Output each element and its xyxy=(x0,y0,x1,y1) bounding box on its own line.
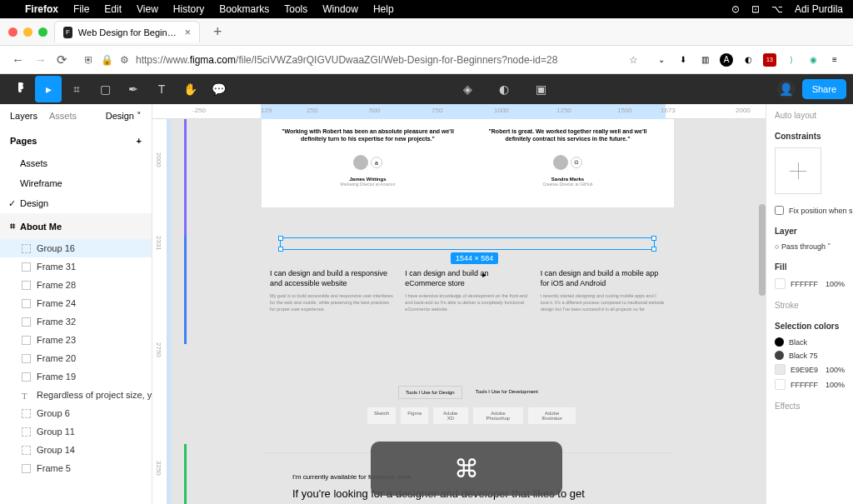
layer-item[interactable]: Frame 5 xyxy=(0,459,152,477)
menu-bookmarks[interactable]: Bookmarks xyxy=(219,3,269,15)
tool-tab-design[interactable]: Tools I Use for Design xyxy=(398,386,462,399)
menu-help[interactable]: Help xyxy=(373,3,394,15)
color-dot-black75[interactable] xyxy=(775,351,784,360)
menu-edit[interactable]: Edit xyxy=(104,3,122,15)
menu-tools[interactable]: Tools xyxy=(284,3,307,15)
download-icon[interactable]: ⬇ xyxy=(676,53,690,67)
figma-menu-icon[interactable] xyxy=(7,76,33,102)
fill-opacity[interactable]: 100% xyxy=(826,280,845,288)
avatar-icon[interactable]: 👤 xyxy=(777,80,796,98)
user-name[interactable]: Adi Purdila xyxy=(795,3,843,15)
mask-icon[interactable]: ◐ xyxy=(491,76,517,102)
bookmark-star-icon[interactable]: ☆ xyxy=(629,54,638,66)
tab-layers[interactable]: Layers xyxy=(10,111,37,122)
control-center-icon[interactable]: ⌥ xyxy=(771,3,783,15)
tool-chip[interactable]: Adobe Illustrator xyxy=(528,407,576,424)
resize-handle-nw[interactable] xyxy=(278,236,283,241)
menu-icon[interactable]: ≡ xyxy=(828,53,841,67)
lock-icon[interactable]: 🔒 xyxy=(101,54,113,66)
text-tool[interactable]: T xyxy=(148,76,175,102)
url-bar[interactable]: ⛨ 🔒 ⚙ https://www.figma.com/file/I5ciVWZ… xyxy=(77,54,645,66)
close-tab-icon[interactable]: × xyxy=(184,26,191,38)
layer-item[interactable]: Frame 31 xyxy=(0,257,152,276)
new-tab-button[interactable]: + xyxy=(207,23,229,41)
constraints-widget[interactable] xyxy=(775,147,821,194)
app-name[interactable]: Firefox xyxy=(25,3,58,15)
shield-icon[interactable]: ⛨ xyxy=(84,54,94,66)
settings-toggle-icon[interactable]: ⚙ xyxy=(120,54,129,66)
close-window[interactable] xyxy=(8,27,17,37)
menu-window[interactable]: Window xyxy=(322,3,358,15)
layer-item[interactable]: Frame 23 xyxy=(0,331,152,349)
layer-item[interactable]: Frame 20 xyxy=(0,349,152,367)
ext-canva-icon[interactable]: ◉ xyxy=(806,53,820,67)
tab-assets[interactable]: Assets xyxy=(49,111,77,122)
minimize-window[interactable] xyxy=(23,27,32,37)
comment-tool[interactable]: 💬 xyxy=(205,76,232,102)
selection-bounds[interactable] xyxy=(280,237,655,250)
fix-position-checkbox[interactable] xyxy=(775,206,784,215)
color-swatch-white[interactable] xyxy=(775,379,786,390)
section-about-me[interactable]: ⌗ About Me xyxy=(0,213,152,239)
layer-item[interactable]: Frame 19 xyxy=(0,367,152,386)
page-wireframe[interactable]: Wireframe xyxy=(0,173,152,193)
tool-chip[interactable]: Figma xyxy=(401,407,428,424)
layer-item[interactable]: Group 14 xyxy=(0,441,152,459)
share-button[interactable]: Share xyxy=(802,79,846,99)
layer-item[interactable]: TRegardless of project size, yo... xyxy=(0,386,152,404)
menu-history[interactable]: History xyxy=(173,3,204,15)
menu-view[interactable]: View xyxy=(137,3,158,15)
hand-tool[interactable]: ✋ xyxy=(177,76,203,102)
tab-design-dropdown[interactable]: Design ˅ xyxy=(106,111,142,122)
ext-ublock-icon[interactable]: 13 xyxy=(763,53,776,67)
resize-handle-ne[interactable] xyxy=(651,236,656,241)
layer-item[interactable]: Group 11 xyxy=(0,422,152,441)
tool-chip[interactable]: Adobe XD xyxy=(433,407,468,424)
frame-icon xyxy=(22,354,31,363)
browser-tab[interactable]: F Web Design for Beginners – Fig × xyxy=(54,21,200,42)
component-icon[interactable]: ◈ xyxy=(454,76,481,102)
reload-button[interactable]: ⟳ xyxy=(57,52,67,67)
layer-item[interactable]: Frame 32 xyxy=(0,312,152,331)
layer-item[interactable]: Frame 24 xyxy=(0,294,152,312)
effects-label: Effects xyxy=(775,402,845,411)
canvas[interactable]: -25012925050075010001250150016732000 200… xyxy=(152,104,766,504)
library-icon[interactable]: ▥ xyxy=(698,53,711,67)
move-tool[interactable]: ▸ xyxy=(35,76,62,102)
pocket-icon[interactable]: ⌄ xyxy=(655,53,668,67)
testimonial-2: "Robert is great. We worked together rea… xyxy=(478,127,657,187)
shape-tool[interactable]: ▢ xyxy=(92,76,118,102)
tool-chip[interactable]: Adobe Photoshop xyxy=(473,407,524,424)
blend-mode-dropdown[interactable]: ○ Pass through ˅ xyxy=(775,242,845,251)
resize-handle-se[interactable] xyxy=(651,247,656,252)
layer-item[interactable]: Group 16 xyxy=(0,239,152,257)
layer-item[interactable]: Frame 28 xyxy=(0,276,152,294)
ext-g-icon[interactable]: ◐ xyxy=(741,53,755,67)
tool-tab-dev[interactable]: Tools I Use for Development xyxy=(469,386,545,399)
page-design[interactable]: Design xyxy=(0,193,152,213)
tool-chip[interactable]: Sketch xyxy=(367,407,396,424)
color-swatch-grey[interactable] xyxy=(775,364,786,375)
boolean-icon[interactable]: ▣ xyxy=(527,76,554,102)
menu-file[interactable]: File xyxy=(73,3,89,15)
forward-button[interactable]: → xyxy=(34,52,47,67)
ext-a-icon[interactable]: A xyxy=(720,53,733,67)
ext-trello-icon[interactable]: ⟩ xyxy=(785,53,798,67)
pen-tool[interactable]: ✒ xyxy=(120,76,147,102)
record-icon[interactable]: ⊡ xyxy=(751,3,760,15)
add-page-icon[interactable]: + xyxy=(137,136,142,146)
ruler-selection-range xyxy=(261,104,666,119)
maximize-window[interactable] xyxy=(38,27,47,37)
color-dot-black[interactable] xyxy=(775,337,784,347)
dashed-icon xyxy=(22,409,31,418)
resize-handle-sw[interactable] xyxy=(278,247,283,252)
fill-hex[interactable]: FFFFFF xyxy=(791,280,818,288)
page-assets[interactable]: Assets xyxy=(0,153,152,173)
scrollbar-thumb[interactable] xyxy=(759,204,766,296)
layer-item[interactable]: Group 6 xyxy=(0,404,152,422)
spotlight-icon[interactable]: ⊙ xyxy=(731,3,740,15)
frame-tool[interactable]: ⌗ xyxy=(63,76,90,102)
tab-title: Web Design for Beginners – Fig xyxy=(78,27,179,37)
fill-swatch[interactable] xyxy=(775,278,786,289)
back-button[interactable]: ← xyxy=(12,52,24,67)
